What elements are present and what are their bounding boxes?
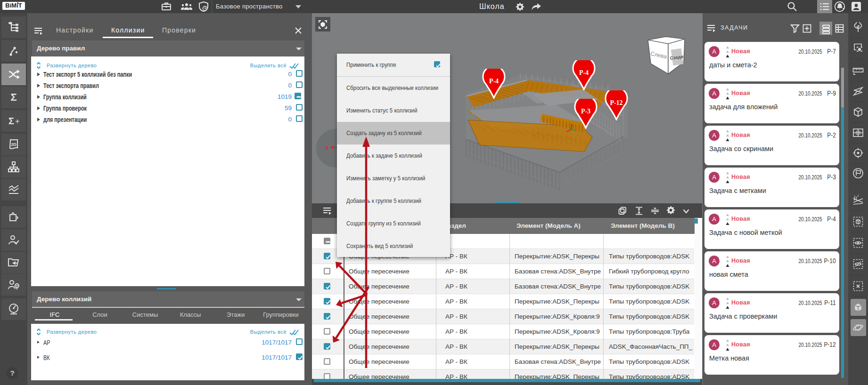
svg-text:2: 2 bbox=[857, 195, 859, 197]
svg-text:Σ: Σ bbox=[10, 91, 16, 103]
svg-text:Р-3: Р-3 bbox=[581, 108, 590, 115]
svg-text:1: 1 bbox=[854, 195, 856, 198]
svg-text:Р-4: Р-4 bbox=[489, 78, 499, 85]
svg-text:2D: 2D bbox=[11, 142, 16, 147]
svg-text:Σ: Σ bbox=[8, 116, 14, 126]
svg-text:Р-4: Р-4 bbox=[579, 69, 589, 76]
svg-text:Р-12: Р-12 bbox=[610, 99, 622, 106]
svg-text:+: + bbox=[15, 117, 19, 125]
